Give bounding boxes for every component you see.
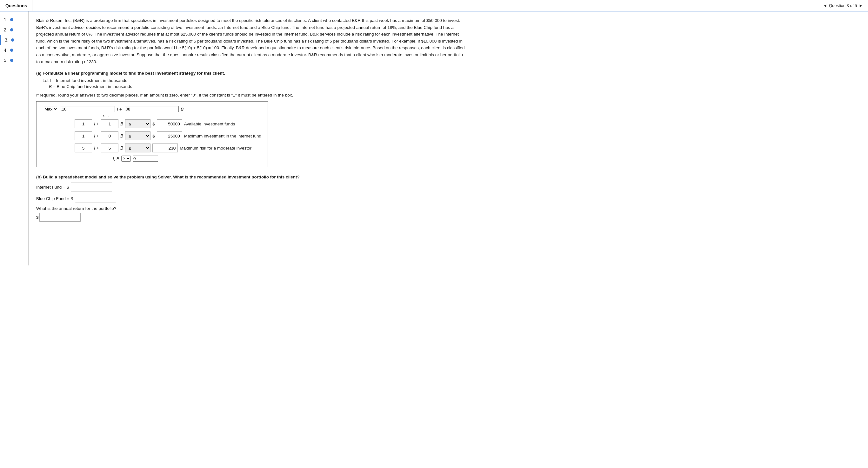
sidebar-dot-4 (10, 49, 13, 52)
obj-coeff-B[interactable]: .08 (124, 106, 179, 112)
blue-chip-label: Blue Chip Fund = $ (36, 196, 73, 201)
internet-fund-row: Internet Fund = $ (36, 183, 465, 191)
sidebar-item-2-label: 2. (4, 27, 8, 32)
objective-row: Max Min .18 I + .08 B (43, 106, 261, 112)
prev-arrow[interactable]: ◄ (823, 3, 827, 8)
constraint-row-3: I + B ≤ ≥ = Maximum risk for a moderate … (74, 144, 261, 152)
c2-rhs[interactable] (157, 131, 182, 141)
sidebar-dot-3 (11, 38, 14, 41)
c1-var-I: I + (94, 121, 99, 126)
c1-dollar: $ (152, 122, 155, 126)
c3-var-B: B (120, 146, 123, 151)
obj-var-I: I + (117, 107, 122, 112)
nonnegativity-row: I, B ≥ ≤ = (113, 156, 261, 162)
questions-tab[interactable]: Questions (0, 0, 32, 11)
sidebar-dot-2 (10, 28, 13, 31)
sidebar: 1. 2. 3. 4. 5. (0, 11, 29, 266)
sidebar-dot-5 (10, 59, 13, 62)
c1-coeff-B[interactable] (101, 119, 118, 128)
annual-return-section: What is the annual return for the portfo… (36, 206, 465, 222)
sidebar-item-3[interactable]: 3. (0, 35, 28, 45)
c2-dollar: $ (152, 134, 155, 138)
lp-box: Max Min .18 I + .08 B s.t. I + B ≤ (36, 101, 268, 167)
let-I-line: Let I = Internet fund investment in thou… (42, 78, 465, 83)
annual-return-dollar: $ (36, 215, 39, 220)
c1-coeff-I[interactable] (74, 119, 92, 128)
c2-coeff-B[interactable] (101, 131, 118, 141)
c2-var-I: I + (94, 133, 99, 138)
question-nav: ◄ Question 3 of 5 ► (818, 0, 868, 11)
nonnegativity-vars: I, B (113, 156, 119, 161)
sidebar-item-1-label: 1. (4, 17, 8, 22)
sidebar-dot-1 (10, 18, 13, 21)
sidebar-item-4-label: 4. (4, 48, 8, 53)
c1-relation-select[interactable]: ≤ ≥ = (125, 119, 151, 128)
annual-return-label: What is the annual return for the portfo… (36, 206, 465, 211)
internet-fund-label: Internet Fund = $ (36, 185, 69, 190)
part-a-label: (a) Formulate a linear programming model… (36, 71, 465, 75)
instruction-line: If required, round your answers to two d… (36, 93, 465, 97)
blue-chip-input[interactable] (75, 194, 116, 203)
objective-select[interactable]: Max Min (43, 106, 58, 112)
sidebar-item-1[interactable]: 1. (0, 14, 28, 25)
sidebar-item-2[interactable]: 2. (0, 25, 28, 35)
next-arrow[interactable]: ► (859, 3, 863, 8)
st-label-row: s.t. (43, 113, 261, 118)
main-content: Blair & Rosen, Inc. (B&R) is a brokerage… (29, 11, 473, 266)
sidebar-item-4[interactable]: 4. (0, 45, 28, 55)
blue-chip-row: Blue Chip Fund = $ (36, 194, 465, 203)
part-b-label: (b) Build a spreadsheet model and solve … (36, 175, 465, 179)
obj-coeff-I[interactable]: .18 (60, 106, 115, 112)
sidebar-item-3-label: 3. (5, 37, 8, 42)
c3-relation-select[interactable]: ≤ ≥ = (125, 144, 151, 152)
annual-return-input-row: $ (36, 213, 465, 222)
sidebar-item-5-label: 5. (4, 58, 8, 63)
c1-rhs[interactable] (157, 119, 182, 128)
nonnegativity-relation-select[interactable]: ≥ ≤ = (121, 156, 131, 162)
c3-label: Maximum risk for a moderate investor (180, 146, 251, 151)
let-B-line: B = Blue Chip fund investment in thousan… (49, 84, 465, 89)
c2-var-B: B (120, 133, 123, 138)
c2-label: Maximum investment in the internet fund (184, 134, 261, 138)
constraint-row-2: I + B ≤ ≥ = $ Maximum investment in the … (74, 131, 261, 141)
c2-relation-select[interactable]: ≤ ≥ = (125, 131, 151, 141)
c3-rhs[interactable] (152, 144, 178, 152)
st-label: s.t. (103, 113, 109, 118)
question-nav-label: Question 3 of 5 (829, 3, 857, 8)
problem-text: Blair & Rosen, Inc. (B&R) is a brokerage… (36, 17, 465, 65)
obj-var-B: B (181, 107, 184, 112)
sidebar-item-5[interactable]: 5. (0, 55, 28, 65)
c3-coeff-B[interactable] (101, 144, 118, 152)
part-b: (b) Build a spreadsheet model and solve … (36, 175, 465, 222)
c2-coeff-I[interactable] (74, 131, 92, 141)
c1-var-B: B (120, 121, 123, 126)
c3-coeff-I[interactable] (74, 144, 92, 152)
nonnegativity-rhs[interactable] (133, 156, 158, 162)
c3-var-I: I + (94, 146, 99, 151)
questions-tab-label: Questions (5, 3, 27, 8)
internet-fund-input[interactable] (71, 183, 112, 191)
c1-label: Available investment funds (184, 122, 235, 126)
constraint-row-1: I + B ≤ ≥ = $ Available investment funds (74, 119, 261, 128)
annual-return-input[interactable] (39, 213, 81, 222)
